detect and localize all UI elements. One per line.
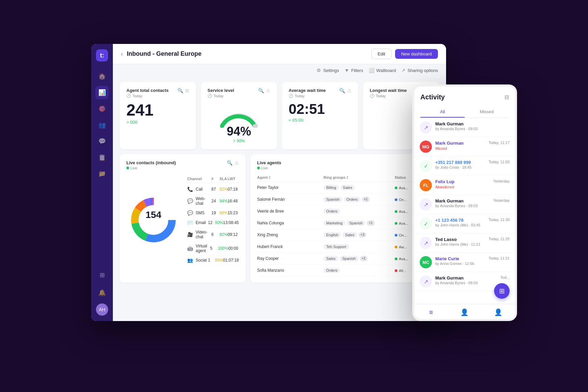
gauge-container: 94% > 90% bbox=[207, 101, 270, 143]
sidebar-item-targets[interactable]: 🎯 bbox=[95, 102, 109, 116]
clock-icon: 🕐 bbox=[370, 94, 374, 98]
search-icon[interactable]: 🔍 bbox=[227, 160, 232, 166]
channel-row: 👥 Social 1 85% 01:07:18 bbox=[187, 255, 239, 265]
bottom-bar-profile[interactable]: 👤 bbox=[482, 308, 515, 316]
activity-info: Mark Gurman by Amanda Bynes · 09:03 bbox=[435, 198, 490, 208]
metric-title: Service level bbox=[207, 88, 234, 93]
sidebar-item-chat[interactable]: 💬 bbox=[95, 134, 109, 148]
metric-card-header: Average wait time 🕐 Today 🔍 ⚠ bbox=[289, 88, 351, 98]
header-left: ‹ Inbound - General Europe bbox=[121, 50, 201, 57]
activity-item-name: +351 217 888 999 bbox=[435, 160, 485, 165]
alert-icon[interactable]: ⚠ bbox=[347, 88, 351, 93]
metric-subtitle: 🕐 Today bbox=[126, 94, 169, 98]
bottom-bar-queue[interactable]: ≡ bbox=[414, 308, 448, 316]
wallboard-toolbar-item[interactable]: ⬜ Wallboard bbox=[369, 68, 396, 73]
activity-info: Mark Gurman by Amanda Bynes · 09:03 bbox=[435, 121, 506, 131]
search-icon[interactable]: 🔍 bbox=[339, 88, 345, 93]
sidebar-item-analytics[interactable]: 📊 bbox=[95, 86, 109, 99]
activity-filter-icon[interactable]: ⊟ bbox=[505, 94, 509, 100]
alert-icon[interactable]: ⚠ bbox=[235, 160, 239, 166]
channel-row: 💬 Web-chat 24 94% 16:48 bbox=[187, 194, 239, 208]
activity-item[interactable]: MC Marie Curie by Anna Gomes · 12:56 Tod… bbox=[414, 253, 515, 272]
bottom-row: Live contacts (inbound) Live 🔍 ⚠ bbox=[120, 154, 439, 283]
card-header: Live contacts (inbound) Live 🔍 ⚠ bbox=[126, 160, 239, 170]
grid-icon[interactable]: ⊞ bbox=[95, 268, 109, 282]
activity-info: +1 123 456 78 by John Harris (Me) · 03:4… bbox=[435, 218, 485, 227]
sidebar-logo[interactable]: t: bbox=[96, 49, 108, 62]
agent-row: Veerle de Bree Orders Ava... bbox=[257, 205, 433, 217]
activity-item-name: Felix Lup bbox=[435, 179, 490, 184]
dashboard-content: Agent total contacts 🕐 Today 🔍 ⊟ bbox=[113, 76, 446, 321]
header-actions: Edit New dashboard bbox=[371, 49, 438, 59]
activity-item[interactable]: ↗ Mark Gurman by Amanda Bynes · 09:03 Ye… bbox=[414, 195, 515, 214]
gauge-chart bbox=[217, 101, 261, 128]
edit-button[interactable]: Edit bbox=[371, 49, 392, 59]
card-subtitle: Live bbox=[257, 166, 281, 170]
back-button[interactable]: ‹ bbox=[121, 51, 123, 57]
activity-item[interactable]: ↗ Ted Lasso by John Harris (Me) · 11:21 … bbox=[414, 234, 515, 253]
outbound-icon: ↗ bbox=[420, 275, 432, 288]
agent-row: Nahia Colunga Marketing Spanish +1 Ava..… bbox=[257, 217, 433, 229]
new-dashboard-button[interactable]: New dashboard bbox=[395, 49, 438, 59]
metric-card-header: Service level 🕐 Today 🔍 ⚠ bbox=[207, 88, 270, 98]
search-icon[interactable]: 🔍 bbox=[177, 88, 183, 93]
filters-toolbar-item[interactable]: ▼ Filters bbox=[344, 68, 363, 73]
status-dot bbox=[395, 269, 397, 272]
alert-icon[interactable]: ⚠ bbox=[266, 88, 270, 93]
activity-item-sub: by Amanda Bynes · 09:03 bbox=[435, 127, 506, 131]
channel-row: 🎥 Video-chat 6 92% 09:12 bbox=[187, 228, 239, 242]
metric-card-actions: 🔍 ⚠ bbox=[339, 88, 351, 93]
activity-item-name: Ted Lasso bbox=[435, 237, 485, 242]
status-dot bbox=[395, 222, 397, 225]
inbound-icon: ✓ bbox=[420, 160, 432, 172]
sidebar-item-files[interactable]: 📁 bbox=[95, 167, 109, 180]
metrics-row: Agent total contacts 🕐 Today 🔍 ⊟ bbox=[120, 82, 439, 149]
activity-item[interactable]: ↗ Mark Gurman by Amanda Bynes · 09:03 bbox=[414, 118, 515, 137]
activity-panel: Activity ⊟ All Missed ↗ Mark Gurman by A… bbox=[412, 84, 517, 321]
channel-row: 🤖 Virtual agent 5 100% 00:00 bbox=[187, 242, 239, 255]
sidebar-item-home[interactable]: 🏠 bbox=[95, 70, 109, 83]
virtualagent-icon: 🤖 bbox=[187, 246, 193, 251]
activity-avatar: FL bbox=[420, 179, 432, 191]
videochat-icon: 🎥 bbox=[187, 232, 193, 237]
bottom-bar-contacts[interactable]: 👤 bbox=[448, 308, 481, 316]
activity-info: Mark Gurman by Amanda Bynes · 09:03 bbox=[435, 275, 497, 285]
gauge-value: 94% bbox=[227, 124, 251, 139]
metric-card-avg-wait: Average wait time 🕐 Today 🔍 ⚠ bbox=[282, 82, 358, 149]
activity-item[interactable]: ✓ +1 123 456 78 by John Harris (Me) · 03… bbox=[414, 214, 515, 234]
activity-info: +351 217 888 999 by João Costa · 18:45 bbox=[435, 160, 485, 169]
fab-button[interactable]: ⊞ bbox=[494, 283, 510, 299]
settings-toolbar-item[interactable]: ⚙ Settings bbox=[317, 68, 339, 73]
user-avatar[interactable]: AH bbox=[96, 303, 108, 316]
sharing-toolbar-item[interactable]: ↗ Sharing options bbox=[401, 68, 438, 73]
page-title: Inbound - General Europe bbox=[127, 50, 201, 57]
status-dot bbox=[395, 198, 397, 201]
email-icon: ✉️ bbox=[187, 220, 193, 225]
activity-title: Activity bbox=[420, 93, 445, 101]
filter-icon[interactable]: ⊟ bbox=[185, 88, 189, 93]
sidebar: t: 🏠 📊 🎯 👥 💬 📋 📁 ⊞ 🔔 AH bbox=[91, 44, 113, 321]
sidebar-item-reports[interactable]: 📋 bbox=[95, 151, 109, 164]
metric-change: < 05:00 bbox=[289, 118, 351, 123]
grid-icon: ⊞ bbox=[499, 287, 505, 295]
activity-title-row: Activity ⊟ bbox=[420, 93, 509, 101]
activity-info: Mark Gurman Missed bbox=[435, 141, 485, 150]
card-title: Live agents bbox=[257, 160, 281, 165]
sidebar-item-users[interactable]: 👥 bbox=[95, 118, 109, 132]
filter-icon: ▼ bbox=[344, 68, 349, 73]
outbound-icon: ↗ bbox=[420, 237, 432, 249]
activity-info: Marie Curie by Anna Gomes · 12:56 bbox=[435, 256, 485, 266]
tab-missed[interactable]: Missed bbox=[465, 106, 509, 118]
activity-item-name: Mark Gurman bbox=[435, 141, 485, 146]
tab-all[interactable]: All bbox=[420, 106, 465, 118]
status-dot bbox=[395, 187, 397, 189]
activity-item[interactable]: MG Mark Gurman Missed Today, 11:17 bbox=[414, 137, 515, 156]
activity-item[interactable]: FL Felix Lup Abandoned Yesterday bbox=[414, 176, 515, 195]
app-header: ‹ Inbound - General Europe Edit New dash… bbox=[113, 44, 446, 64]
search-icon[interactable]: 🔍 bbox=[258, 88, 264, 93]
live-contacts-card: Live contacts (inbound) Live 🔍 ⚠ bbox=[120, 154, 246, 283]
notifications-icon[interactable]: 🔔 bbox=[95, 286, 109, 299]
agent-row: Ray Cooper Sales Spanish +1 Ava... bbox=[257, 253, 433, 265]
activity-item[interactable]: ✓ +351 217 888 999 by João Costa · 18:45… bbox=[414, 156, 515, 176]
metric-change: > 000 bbox=[126, 120, 189, 125]
